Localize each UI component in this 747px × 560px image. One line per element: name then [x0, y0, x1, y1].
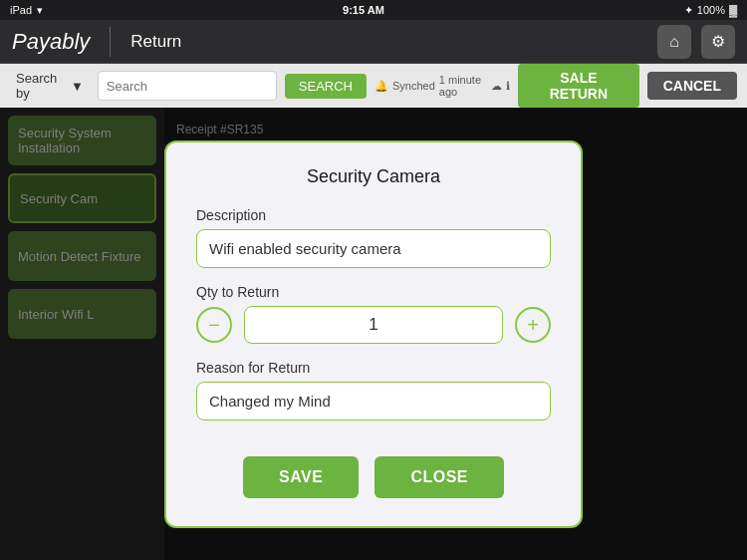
cancel-button-top[interactable]: CANCEL: [647, 72, 737, 100]
nav-icons: ⌂ ⚙: [657, 25, 735, 59]
sync-status: 🔔 Synched 1 minute ago ☁ ℹ: [374, 74, 510, 98]
search-bar: Search by ▼ SEARCH 🔔 Synched 1 minute ag…: [0, 64, 747, 108]
logo-text: Payably: [12, 29, 90, 55]
top-nav: Payably Return ⌂ ⚙: [0, 20, 747, 64]
minus-icon: −: [208, 315, 220, 335]
sale-return-button[interactable]: SALE RETURN: [518, 64, 639, 108]
logo-area: Payably Return: [12, 27, 181, 57]
wifi-icon: ▾: [37, 4, 43, 17]
search-input[interactable]: [98, 71, 277, 101]
reason-input[interactable]: [196, 382, 551, 420]
decrement-button[interactable]: −: [196, 307, 232, 343]
bluetooth-icon: ✦: [684, 4, 693, 17]
synced-label: Synched: [392, 80, 435, 92]
modal-dialog: Security Camera Description Qty to Retur…: [164, 140, 583, 528]
close-button[interactable]: CLOSE: [374, 456, 504, 498]
settings-button[interactable]: ⚙: [701, 25, 735, 59]
qty-input[interactable]: [244, 306, 503, 344]
status-bar: iPad ▾ 9:15 AM ✦ 100% ▓: [0, 0, 747, 20]
device-label: iPad: [10, 4, 32, 16]
battery-icon: ▓: [729, 4, 737, 16]
bell-icon: 🔔: [374, 80, 388, 93]
info-icon: ℹ: [506, 80, 510, 93]
status-bar-right: ✦ 100% ▓: [684, 4, 737, 17]
reason-label: Reason for Return: [196, 360, 551, 376]
qty-row: − +: [196, 306, 551, 344]
main-content: Security System Installation Security Ca…: [0, 108, 747, 560]
search-by-label: Search by: [16, 71, 67, 101]
home-button[interactable]: ⌂: [657, 25, 691, 59]
search-button[interactable]: SEARCH: [285, 74, 367, 99]
home-icon: ⌂: [669, 33, 679, 51]
increment-button[interactable]: +: [515, 307, 551, 343]
chevron-down-icon: ▼: [71, 79, 84, 94]
save-button[interactable]: SAVE: [243, 456, 359, 498]
description-label: Description: [196, 207, 551, 223]
page-title: Return: [130, 32, 181, 52]
status-bar-left: iPad ▾: [10, 4, 43, 17]
plus-icon: +: [527, 315, 539, 335]
qty-label: Qty to Return: [196, 284, 551, 300]
nav-divider: [110, 27, 111, 57]
modal-title: Security Camera: [196, 166, 551, 187]
cloud-icon: ☁: [491, 80, 502, 93]
settings-icon: ⚙: [711, 32, 725, 51]
search-by-button[interactable]: Search by ▼: [10, 67, 90, 105]
description-input[interactable]: [196, 229, 551, 268]
modal-buttons: SAVE CLOSE: [196, 456, 551, 498]
modal-overlay: Security Camera Description Qty to Retur…: [0, 108, 747, 560]
status-bar-time: 9:15 AM: [343, 4, 384, 16]
synced-time: 1 minute ago: [439, 74, 487, 98]
battery-label: 100%: [697, 4, 725, 16]
